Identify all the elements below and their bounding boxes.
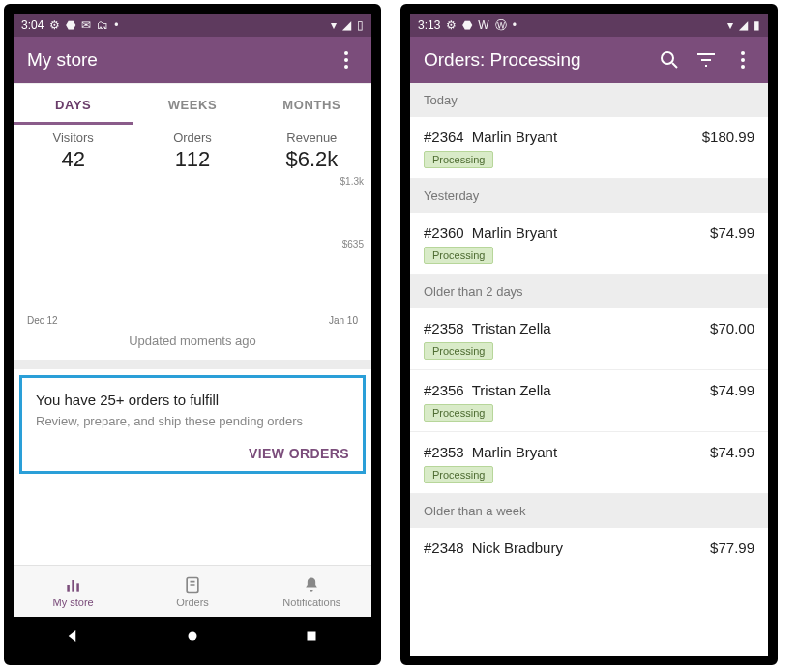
order-price: $180.99: [702, 129, 754, 145]
order-row[interactable]: #2360 Marlin Bryant $74.99 Processing: [410, 213, 768, 275]
back-button[interactable]: [65, 628, 82, 645]
svg-point-10: [741, 51, 745, 55]
overflow-menu-icon[interactable]: [731, 48, 754, 72]
svg-rect-5: [76, 583, 79, 591]
svg-point-9: [662, 52, 673, 64]
y-axis-top: $1.3k: [340, 176, 364, 187]
order-price: $70.00: [710, 320, 754, 336]
svg-point-0: [344, 51, 348, 55]
svg-point-12: [741, 65, 745, 69]
order-number: #2356: [424, 382, 464, 398]
wifi-icon: ▾: [727, 18, 733, 32]
stats-summary: Visitors 42 Orders 112 Revenue $6.2k: [14, 125, 371, 176]
stat-visitors[interactable]: Visitors 42: [14, 131, 133, 172]
shield-icon: ⬣: [462, 18, 472, 32]
section-older-2-days: Older than 2 days: [410, 275, 768, 308]
fulfill-subtitle: Review, prepare, and ship these pending …: [36, 414, 349, 428]
order-row[interactable]: #2364 Marlin Bryant $180.99 Processing: [410, 117, 768, 179]
svg-point-11: [741, 58, 745, 62]
status-badge: Processing: [424, 247, 493, 264]
status-badge: Processing: [424, 151, 493, 168]
bottom-navigation: My store Orders Notifications: [14, 565, 371, 617]
dot-icon: •: [114, 18, 118, 32]
battery-icon: ▮: [754, 18, 760, 32]
chart-updated-text: Updated moments ago: [14, 326, 371, 360]
fulfill-title: You have 25+ orders to fulfill: [36, 392, 349, 408]
order-customer: Nick Bradbury: [472, 540, 563, 556]
dot-icon: •: [513, 18, 517, 32]
wordpress-icon: Ⓦ: [495, 17, 507, 34]
note-icon: [183, 575, 202, 595]
shield-icon: ⬣: [66, 18, 75, 32]
status-badge: Processing: [424, 404, 493, 422]
gear-icon: ⚙: [446, 18, 457, 32]
android-status-bar: 3:04 ⚙ ⬣ ✉ 🗂 • ▾ ◢ ▯: [14, 14, 371, 37]
nav-my-store[interactable]: My store: [14, 566, 133, 617]
order-customer: Tristan Zella: [472, 320, 551, 336]
order-number: #2358: [424, 320, 464, 336]
svg-rect-4: [72, 580, 74, 592]
fulfill-orders-card: You have 25+ orders to fulfill Review, p…: [19, 375, 366, 474]
section-today: Today: [410, 83, 768, 117]
battery-icon: ▯: [357, 18, 364, 32]
order-customer: Tristan Zella: [472, 382, 551, 398]
section-yesterday: Yesterday: [410, 179, 768, 213]
android-status-bar: 3:13 ⚙ ⬣ W Ⓦ • ▾ ◢ ▮: [410, 14, 768, 37]
order-price: $74.99: [710, 382, 754, 398]
section-older-week: Older than a week: [410, 494, 768, 528]
order-price: $77.99: [710, 540, 754, 556]
w-icon: W: [478, 18, 488, 32]
overflow-menu-icon[interactable]: [335, 48, 358, 72]
filter-icon[interactable]: [695, 48, 718, 72]
app-bar: Orders: Processing: [410, 37, 768, 83]
gear-icon: ⚙: [49, 18, 60, 32]
search-icon[interactable]: [658, 48, 681, 72]
order-number: #2348: [424, 540, 464, 556]
y-axis-mid: $635: [342, 239, 364, 249]
status-badge: Processing: [424, 342, 493, 360]
status-badge: Processing: [424, 466, 493, 483]
order-number: #2353: [424, 444, 464, 460]
svg-point-7: [188, 632, 196, 641]
order-row[interactable]: #2353 Marlin Bryant $74.99 Processing: [410, 432, 768, 494]
order-number: #2364: [424, 129, 464, 145]
home-button[interactable]: [184, 628, 201, 645]
phone-my-store: 3:04 ⚙ ⬣ ✉ 🗂 • ▾ ◢ ▯ My store DAYS WEEKS…: [4, 4, 381, 665]
phone-orders-processing: 3:13 ⚙ ⬣ W Ⓦ • ▾ ◢ ▮ Orders: Processing …: [400, 4, 778, 665]
signal-icon: ◢: [342, 18, 351, 32]
order-price: $74.99: [710, 224, 754, 241]
tab-weeks[interactable]: WEEKS: [133, 84, 251, 125]
order-customer: Marlin Bryant: [472, 444, 557, 460]
tab-days[interactable]: DAYS: [14, 84, 133, 125]
wifi-icon: ▾: [331, 18, 337, 32]
chart-bars: [25, 186, 333, 311]
order-row[interactable]: #2348 Nick Bradbury $77.99: [410, 528, 768, 566]
tab-months[interactable]: MONTHS: [252, 84, 371, 125]
order-price: $74.99: [710, 444, 754, 460]
order-row[interactable]: #2358 Tristan Zella $70.00 Processing: [410, 308, 768, 370]
order-number: #2360: [424, 224, 464, 241]
status-time: 3:04: [21, 18, 44, 32]
view-orders-button[interactable]: VIEW ORDERS: [36, 446, 349, 461]
orders-list[interactable]: Today #2364 Marlin Bryant $180.99 Proces…: [410, 83, 768, 656]
page-title: My store: [27, 49, 321, 71]
nav-notifications[interactable]: Notifications: [252, 566, 371, 617]
page-title: Orders: Processing: [424, 49, 644, 71]
order-row[interactable]: #2356 Tristan Zella $74.99 Processing: [410, 370, 768, 432]
nav-orders[interactable]: Orders: [133, 566, 251, 617]
stat-revenue[interactable]: Revenue $6.2k: [252, 131, 371, 172]
recent-apps-button[interactable]: [303, 628, 320, 645]
status-time: 3:13: [418, 18, 440, 32]
bar-chart-icon: [64, 575, 83, 595]
stat-orders[interactable]: Orders 112: [133, 131, 251, 172]
briefcase-icon: 🗂: [97, 18, 108, 32]
svg-rect-3: [67, 585, 70, 592]
bell-icon: [302, 575, 321, 595]
svg-point-2: [344, 65, 348, 69]
svg-rect-8: [308, 632, 316, 641]
order-customer: Marlin Bryant: [472, 129, 557, 145]
signal-icon: ◢: [739, 18, 748, 32]
revenue-bar-chart: $1.3k $635: [14, 176, 371, 321]
mail-icon: ✉: [81, 18, 91, 32]
divider: [14, 360, 371, 369]
